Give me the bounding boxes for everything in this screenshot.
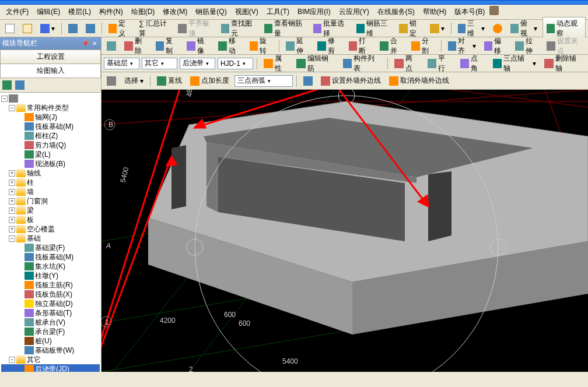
editrebar-button[interactable]: 编辑钢筋 xyxy=(293,52,338,75)
component-tree: − −常用构件类型 轴网(J) 筏板基础(M) 框柱(Z) 剪力墙(Q) 梁(L… xyxy=(0,93,101,372)
close-icon[interactable]: ✕ xyxy=(90,40,99,48)
tree-raftneg[interactable]: 筏板负筋(X) xyxy=(1,290,100,299)
tab-draw-input[interactable]: 绘图输入 xyxy=(0,64,101,78)
redo-button[interactable] xyxy=(83,22,98,35)
tree-framecol-z[interactable]: 框柱(Z) xyxy=(1,131,100,140)
drawing-canvas[interactable]: 480 5400 4200 600 600 5400 B A 1 2 xyxy=(102,90,588,372)
tree-root[interactable]: − xyxy=(1,94,100,103)
new-button[interactable] xyxy=(2,22,18,35)
save-button[interactable]: ▾ xyxy=(37,22,58,35)
tree-beam[interactable]: +梁 xyxy=(1,206,100,215)
tree-foundation[interactable]: −基础 xyxy=(1,234,100,243)
sidebar-icon-row xyxy=(0,78,101,93)
collapse-icon[interactable]: − xyxy=(1,96,8,102)
tree-isofound[interactable]: 独立基础(D) xyxy=(1,299,100,308)
cursor-button[interactable] xyxy=(104,75,119,87)
tab-project-settings[interactable]: 工程设置 xyxy=(0,50,101,64)
angle-button[interactable]: 点角 xyxy=(457,52,488,75)
axis-a: A xyxy=(106,242,111,250)
face-icon[interactable] xyxy=(489,6,499,15)
expand-icon[interactable]: + xyxy=(9,189,15,195)
tool-icon-2[interactable] xyxy=(15,80,24,90)
delaux-button[interactable]: 删除辅轴 xyxy=(541,52,586,75)
tree-axis-j[interactable]: 轴网(J) xyxy=(1,112,100,122)
pin-icon[interactable]: 📌 xyxy=(81,40,89,48)
tree-poststrip-jd[interactable]: 后浇带(JD) xyxy=(1,364,100,372)
tree-hollow[interactable]: +空心楼盖 xyxy=(1,224,100,234)
expand-icon[interactable]: + xyxy=(9,180,15,186)
tree-foundbeam[interactable]: 基础梁(F) xyxy=(1,243,100,252)
erase-button[interactable]: 删除 xyxy=(121,34,150,58)
sidebar-header: 模块导航栏 📌 ✕ xyxy=(0,37,101,50)
tree-capbeam[interactable]: 承台梁(F) xyxy=(1,327,100,336)
collapse-icon[interactable]: − xyxy=(9,235,15,242)
tree-foundstrip[interactable]: 基础板带(W) xyxy=(1,346,100,355)
threearc-dropdown[interactable]: 三点画弧 xyxy=(235,75,293,87)
tree-pier[interactable]: 柱墩(Y) xyxy=(1,271,100,280)
tree-shearwall-q[interactable]: 剪力墙(Q) xyxy=(1,140,100,150)
viewport: 删除 复制 镜像 移动 旋转 延伸 修剪 打断 合并 分割 对齐▾ 偏移 拉伸 … xyxy=(102,37,588,372)
tool-icon-1[interactable] xyxy=(2,80,12,90)
tree-other[interactable]: −其它 xyxy=(1,355,100,364)
copy-button[interactable]: 复制 xyxy=(153,34,182,58)
expand-icon[interactable]: + xyxy=(9,170,15,177)
element-dropdown[interactable]: 后浇带 xyxy=(180,58,215,69)
svg-marker-13 xyxy=(172,145,186,209)
tree-col[interactable]: +柱 xyxy=(1,178,100,187)
axis-b: B xyxy=(108,121,113,129)
parallel-button[interactable]: 平行 xyxy=(425,52,455,75)
tree-castslab-b[interactable]: 现浇板(B) xyxy=(1,159,100,168)
addlen-button[interactable]: 点加长度 xyxy=(187,74,232,87)
element-toolbar: 基础层 其它 后浇带 HJD-1 属性 编辑钢筋 构件列表 两点 平行 点角 三… xyxy=(102,55,588,72)
menu-file[interactable]: 文件(F) xyxy=(2,6,32,18)
open-button[interactable] xyxy=(20,22,35,35)
menu-edit[interactable]: 编辑(E) xyxy=(33,6,64,18)
undo-button[interactable] xyxy=(65,22,80,35)
mirror-button[interactable]: 镜像 xyxy=(184,34,213,58)
expand-icon[interactable]: + xyxy=(9,207,15,214)
dim-5400: 5400 xyxy=(118,166,130,184)
sidebar-panel: 模块导航栏 📌 ✕ 工程设置 绘图输入 − −常用构件类型 轴网(J) 筏板基础… xyxy=(0,37,102,372)
tree-beam-l[interactable]: 梁(L) xyxy=(1,150,100,159)
setouter-button[interactable]: 设置外墙外边线 xyxy=(318,74,384,87)
dim-600a: 600 xyxy=(224,311,236,319)
tree-sump[interactable]: 集水坑(K) xyxy=(1,262,100,271)
line-button[interactable]: 直线 xyxy=(154,74,185,87)
attr-button[interactable]: 属性 xyxy=(261,52,291,75)
twopoints-button[interactable]: 两点 xyxy=(391,52,422,75)
tree-raft-m[interactable]: 筏板基础(M) xyxy=(1,122,100,131)
collapse-icon[interactable]: − xyxy=(9,357,15,363)
floor-dropdown[interactable]: 基础层 xyxy=(104,58,139,69)
tree-slab[interactable]: +板 xyxy=(1,215,100,224)
instance-dropdown[interactable]: HJD-1 xyxy=(218,58,253,69)
collapse-icon[interactable]: − xyxy=(9,105,15,111)
canvas-svg: 480 5400 4200 600 600 5400 B A 1 2 xyxy=(102,90,588,372)
cancelouter-button[interactable]: 取消外墙外边线 xyxy=(386,74,452,87)
tree-raft2[interactable]: 筏板基础(M) xyxy=(1,252,100,262)
tree-axis[interactable]: +轴线 xyxy=(1,168,100,178)
expand-icon[interactable]: + xyxy=(9,226,15,233)
unlock-button[interactable]: ▾ xyxy=(427,22,447,35)
pick-button[interactable] xyxy=(104,40,119,52)
tree-wall[interactable]: +墙 xyxy=(1,187,100,196)
move-button[interactable]: 移动 xyxy=(215,34,244,58)
memberlist-button[interactable]: 构件列表 xyxy=(340,52,384,75)
tree-door[interactable]: +门窗洞 xyxy=(1,196,100,206)
select-button[interactable]: 选择▾ xyxy=(121,74,146,87)
tree-stripfound[interactable]: 条形基础(T) xyxy=(1,308,100,318)
dim-600b: 600 xyxy=(239,319,250,328)
threeaux-button[interactable]: 三点辅轴▾ xyxy=(490,52,540,75)
dim-4200: 4200 xyxy=(160,316,176,325)
tool-x-button[interactable] xyxy=(300,75,316,87)
tree-pile[interactable]: 桩(U) xyxy=(1,336,100,346)
face-icon-2[interactable] xyxy=(490,22,505,35)
tree-common[interactable]: −常用构件类型 xyxy=(1,103,100,112)
tree-pilecap[interactable]: 桩承台(V) xyxy=(1,318,100,327)
menu-floor[interactable]: 楼层(L) xyxy=(65,6,94,18)
svg-marker-14 xyxy=(428,171,452,241)
expand-icon[interactable]: + xyxy=(9,198,15,205)
type-dropdown[interactable]: 其它 xyxy=(142,58,177,69)
tree-raftmain[interactable]: 筏板主筋(R) xyxy=(1,280,100,290)
expand-icon[interactable]: + xyxy=(9,217,15,223)
dim-480: 480 xyxy=(186,90,194,97)
